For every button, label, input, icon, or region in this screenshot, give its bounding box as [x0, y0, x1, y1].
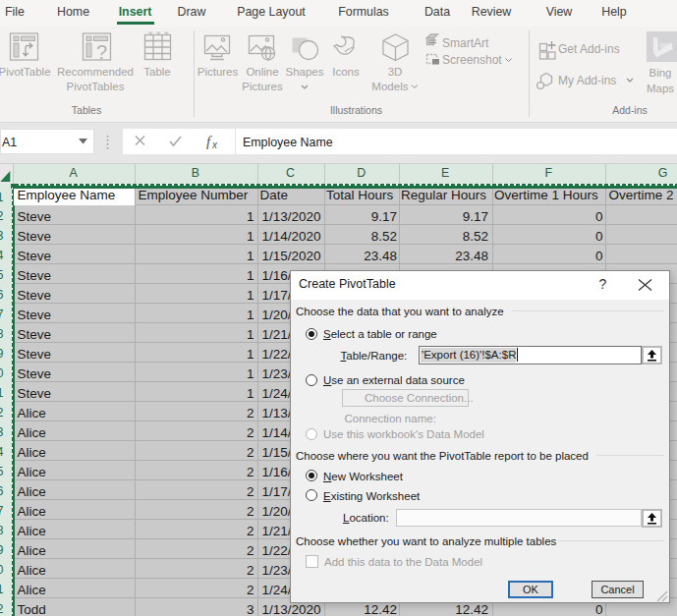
svg-text:x: x: [211, 140, 218, 150]
svg-text:?: ?: [96, 41, 107, 63]
